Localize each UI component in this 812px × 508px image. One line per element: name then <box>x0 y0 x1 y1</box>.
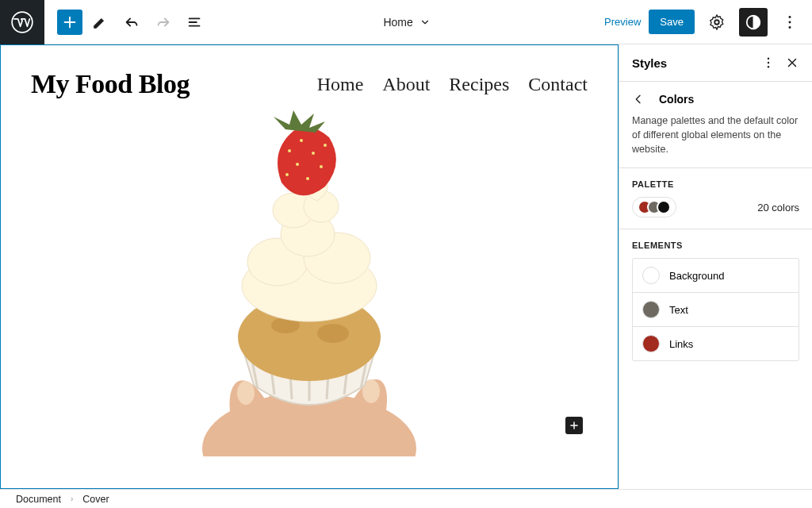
color-swatch <box>642 301 660 318</box>
breadcrumb-item[interactable]: Cover <box>82 494 109 505</box>
svg-point-1 <box>714 20 719 25</box>
svg-point-34 <box>768 66 769 67</box>
undo-icon <box>123 13 140 31</box>
elements-list: Background Text Links <box>632 258 799 361</box>
more-button[interactable] <box>776 8 804 37</box>
chevron-down-icon <box>419 17 431 28</box>
site-header: My Food Blog Home About Recipes Contact <box>1 45 618 107</box>
wordpress-icon <box>11 11 33 33</box>
sidebar-description: Manage palettes and the default color of… <box>632 114 799 156</box>
svg-point-5 <box>789 25 791 28</box>
plus-icon <box>569 420 580 431</box>
cover-block[interactable] <box>1 107 618 456</box>
svg-point-31 <box>324 144 327 147</box>
undo-button[interactable] <box>117 8 146 37</box>
svg-point-24 <box>288 149 291 152</box>
add-block-button[interactable] <box>57 10 82 35</box>
styles-sidebar: Styles Colors Manage palettes and the de… <box>619 44 812 489</box>
chevron-right-icon: › <box>71 495 73 503</box>
palette-count: 20 colors <box>757 202 799 214</box>
svg-point-32 <box>768 58 769 60</box>
breadcrumb: Document › Cover <box>0 489 812 508</box>
close-icon[interactable] <box>785 56 799 70</box>
redo-icon <box>155 13 172 31</box>
svg-point-28 <box>320 165 323 168</box>
site-title[interactable]: My Food Blog <box>31 69 190 99</box>
svg-point-4 <box>789 21 791 23</box>
svg-point-26 <box>312 152 315 155</box>
sidebar-header: Styles <box>619 44 812 82</box>
svg-point-29 <box>306 177 309 180</box>
nav-item-recipes[interactable]: Recipes <box>449 74 509 95</box>
element-row-text[interactable]: Text <box>633 292 799 326</box>
page-title: Home <box>383 16 412 29</box>
site-nav: Home About Recipes Contact <box>317 74 588 95</box>
svg-point-33 <box>768 62 769 64</box>
top-toolbar: Home Preview Save <box>0 0 812 44</box>
sidebar-section-title: Colors <box>659 93 694 106</box>
list-view-button[interactable] <box>181 8 209 37</box>
nav-item-home[interactable]: Home <box>317 74 364 95</box>
palette-swatch <box>657 200 671 214</box>
main: My Food Blog Home About Recipes Contact <box>0 44 812 489</box>
nav-item-contact[interactable]: Contact <box>528 74 588 95</box>
wordpress-logo[interactable] <box>0 0 44 44</box>
list-icon <box>186 13 204 31</box>
kebab-icon <box>781 13 799 31</box>
add-inner-block-button[interactable] <box>565 417 583 434</box>
save-button[interactable]: Save <box>649 10 695 34</box>
svg-point-30 <box>285 173 289 176</box>
nav-item-about[interactable]: About <box>382 74 430 95</box>
kebab-icon[interactable] <box>761 56 776 70</box>
page-title-dropdown[interactable]: Home <box>209 16 604 29</box>
palette-section: PALETTE 20 colors <box>619 168 812 229</box>
svg-point-3 <box>789 16 791 18</box>
element-row-background[interactable]: Background <box>633 259 799 292</box>
pencil-icon <box>91 13 109 31</box>
hero-image <box>167 107 452 456</box>
svg-point-11 <box>237 381 255 405</box>
editor-canvas[interactable]: My Food Blog Home About Recipes Contact <box>0 44 619 489</box>
color-swatch <box>642 335 660 352</box>
color-swatch <box>642 267 660 284</box>
plus-icon <box>61 13 79 31</box>
edit-button[interactable] <box>86 8 114 37</box>
palette-label: PALETTE <box>632 179 799 189</box>
preview-button[interactable]: Preview <box>604 16 641 28</box>
svg-point-27 <box>296 163 299 166</box>
element-label: Links <box>669 338 693 350</box>
styles-button[interactable] <box>739 8 768 37</box>
chevron-left-icon[interactable] <box>632 93 645 106</box>
elements-label: ELEMENTS <box>632 241 799 250</box>
element-label: Text <box>669 304 688 316</box>
contrast-icon <box>745 13 762 31</box>
breadcrumb-item[interactable]: Document <box>16 494 61 505</box>
toolbar-right: Preview Save <box>604 8 812 37</box>
settings-button[interactable] <box>703 8 731 37</box>
sidebar-colors-section: Colors Manage palettes and the default c… <box>619 82 812 168</box>
redo-button[interactable] <box>149 8 178 37</box>
svg-point-17 <box>317 324 349 343</box>
toolbar-left <box>51 8 209 37</box>
gear-icon <box>708 13 726 31</box>
element-label: Background <box>669 270 724 282</box>
element-row-links[interactable]: Links <box>633 326 799 360</box>
palette-pill[interactable] <box>632 197 676 217</box>
svg-point-25 <box>300 139 303 142</box>
elements-section: ELEMENTS Background Text Links <box>619 229 812 372</box>
sidebar-title: Styles <box>632 56 667 70</box>
